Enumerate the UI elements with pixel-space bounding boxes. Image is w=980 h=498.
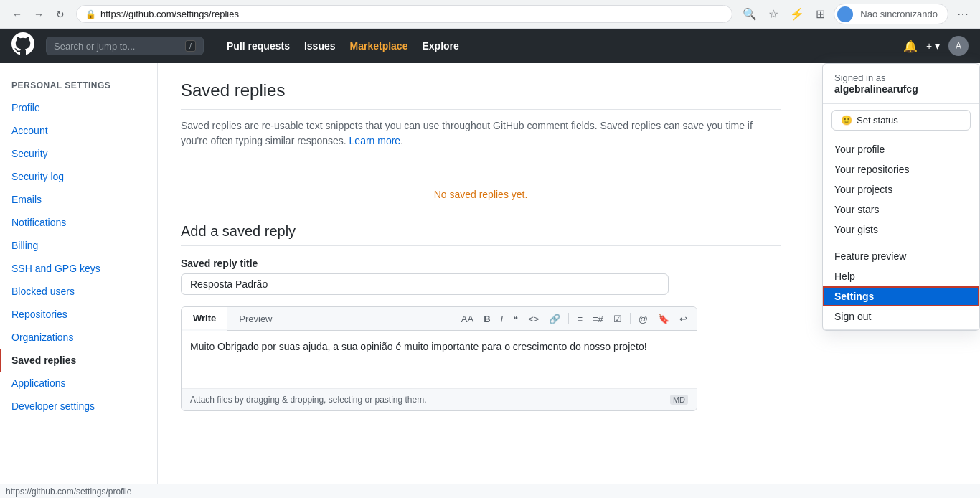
sidebar-item-saved-replies[interactable]: Saved replies (0, 349, 157, 372)
toolbar-divider-2 (630, 313, 631, 324)
browser-profile-avatar (837, 6, 853, 22)
notifications-icon[interactable]: 🔔 (903, 39, 918, 53)
your-stars-link[interactable]: Your stars (823, 199, 979, 220)
nav-pull-requests[interactable]: Pull requests (221, 36, 296, 56)
address-bar[interactable]: 🔒 https://github.com/settings/replies (76, 5, 732, 23)
editor-content: Muito Obrigado por suas ajuda, a sua opi… (190, 341, 647, 352)
your-gists-link[interactable]: Your gists (823, 220, 979, 240)
toolbar-quote[interactable]: ❝ (509, 312, 522, 326)
sidebar-item-billing[interactable]: Billing (0, 234, 157, 257)
editor-container: Write Preview AA B I ❝ <> 🔗 ≡ ≡# ☑ @ 🔖 (181, 306, 697, 411)
sidebar-heading: Personal settings (0, 75, 157, 96)
editor-tabs: Write Preview AA B I ❝ <> 🔗 ≡ ≡# ☑ @ 🔖 (182, 307, 697, 331)
editor-footer: Attach files by dragging & dropping, sel… (182, 388, 697, 410)
back-button[interactable]: ← (9, 6, 26, 23)
signed-in-label: Signed in as (834, 72, 968, 83)
main-nav: Pull requests Issues Marketplace Explore (221, 36, 465, 56)
browser-menu-icon[interactable]: ⋯ (954, 4, 971, 24)
nav-issues[interactable]: Issues (298, 36, 341, 56)
nav-marketplace[interactable]: Marketplace (344, 36, 414, 56)
toolbar-reference[interactable]: 🔖 (654, 312, 673, 326)
help-link[interactable]: Help (823, 266, 979, 286)
your-repositories-link[interactable]: Your repositories (823, 159, 979, 179)
new-item-button[interactable]: + ▾ (926, 40, 940, 52)
sidebar-item-profile[interactable]: Profile (0, 96, 157, 119)
github-logo[interactable] (11, 32, 34, 60)
markdown-icon: MD (670, 395, 688, 405)
feature-preview-link[interactable]: Feature preview (823, 246, 979, 266)
sidebar-item-notifications[interactable]: Notifications (0, 211, 157, 234)
your-profile-link[interactable]: Your profile (823, 139, 979, 159)
title-form-group: Saved reply title (181, 258, 781, 295)
preview-tab[interactable]: Preview (227, 307, 283, 330)
search-text: Search or jump to... (54, 41, 135, 52)
browser-profile-name: Não sincronizando (857, 6, 941, 22)
attach-files-text: Attach files by dragging & dropping, sel… (190, 395, 427, 405)
main-content: Saved replies Saved replies are re-usabl… (158, 63, 804, 498)
toolbar-divider (568, 313, 569, 324)
dropdown-section-profile: Your profile Your repositories Your proj… (823, 136, 979, 243)
status-url: https://github.com/settings/profile (6, 487, 131, 497)
url-text: https://github.com/settings/replies (100, 9, 239, 19)
your-projects-link[interactable]: Your projects (823, 179, 979, 199)
sidebar-item-emails[interactable]: Emails (0, 188, 157, 211)
toolbar-ordered-list[interactable]: ≡# (589, 312, 607, 326)
page-title: Saved replies (181, 80, 781, 110)
forward-button[interactable]: → (30, 6, 47, 23)
sidebar-item-account[interactable]: Account (0, 119, 157, 142)
zoom-icon[interactable]: 🔍 (740, 4, 760, 24)
dropdown-section-settings: Feature preview Help Settings Sign out (823, 243, 979, 330)
page-description: Saved replies are re-usable text snippet… (181, 118, 781, 149)
set-status-label: Set status (857, 115, 898, 126)
title-input[interactable] (181, 273, 669, 295)
learn-more-link[interactable]: Learn more (349, 135, 401, 146)
extensions-icon[interactable]: ⚡ (787, 4, 807, 24)
editor-toolbar: AA B I ❝ <> 🔗 ≡ ≡# ☑ @ 🔖 ↩ (452, 307, 697, 330)
search-shortcut: / (185, 40, 196, 52)
description-text: Saved replies are re-usable text snippet… (181, 120, 753, 146)
editor-body[interactable]: Muito Obrigado por suas ajuda, a sua opi… (182, 331, 697, 388)
star-icon[interactable]: ☆ (765, 4, 781, 24)
add-section-title: Add a saved reply (181, 223, 781, 246)
emoji-icon: 🙂 (841, 115, 852, 126)
write-tab[interactable]: Write (182, 307, 227, 331)
sidebar-item-developer-settings[interactable]: Developer settings (0, 395, 157, 418)
toolbar-aa[interactable]: AA (458, 312, 477, 326)
sidebar-item-blocked-users[interactable]: Blocked users (0, 280, 157, 303)
title-label: Saved reply title (181, 258, 781, 269)
user-dropdown: Signed in as algebralinearufcg 🙂 Set sta… (822, 63, 980, 331)
set-status-button[interactable]: 🙂 Set status (831, 110, 971, 131)
toolbar-reply[interactable]: ↩ (676, 312, 691, 326)
browser-navigation: ← → ↻ (9, 6, 69, 23)
toolbar-bold[interactable]: B (480, 312, 494, 326)
sidebar-item-repositories[interactable]: Repositories (0, 303, 157, 326)
toolbar-tasklist[interactable]: ☑ (610, 312, 626, 326)
toolbar-link[interactable]: 🔗 (545, 312, 564, 326)
toolbar-mention[interactable]: @ (635, 312, 651, 326)
sidebar-item-security[interactable]: Security (0, 142, 157, 165)
toolbar-italic[interactable]: I (497, 312, 507, 326)
tab-switcher-icon[interactable]: ⊞ (813, 4, 828, 24)
search-box[interactable]: Search or jump to... / (46, 37, 204, 55)
browser-profile-chip[interactable]: Não sincronizando (834, 4, 948, 24)
nav-explore[interactable]: Explore (416, 36, 464, 56)
sidebar-item-security-log[interactable]: Security log (0, 165, 157, 188)
no-replies-message: No saved replies yet. (181, 166, 781, 223)
dropdown-username: algebralinearufcg (834, 83, 968, 95)
sidebar-item-organizations[interactable]: Organizations (0, 326, 157, 349)
browser-actions: 🔍 ☆ ⚡ ⊞ Não sincronizando ⋯ (740, 4, 971, 24)
toolbar-code[interactable]: <> (524, 312, 542, 326)
sign-out-link[interactable]: Sign out (823, 306, 979, 326)
browser-bar: ← → ↻ 🔒 https://github.com/settings/repl… (0, 0, 980, 29)
github-header: Search or jump to... / Pull requests Iss… (0, 29, 980, 63)
sidebar-item-applications[interactable]: Applications (0, 372, 157, 395)
sidebar-item-ssh-gpg[interactable]: SSH and GPG keys (0, 257, 157, 280)
lock-icon: 🔒 (85, 9, 96, 19)
refresh-button[interactable]: ↻ (52, 6, 69, 23)
sidebar: Personal settings Profile Account Securi… (0, 63, 158, 498)
toolbar-unordered-list[interactable]: ≡ (573, 312, 586, 326)
settings-link[interactable]: Settings (823, 286, 979, 306)
user-avatar[interactable]: A (948, 36, 969, 56)
status-bar: https://github.com/settings/profile (0, 484, 980, 498)
header-right: 🔔 + ▾ A (903, 36, 969, 56)
